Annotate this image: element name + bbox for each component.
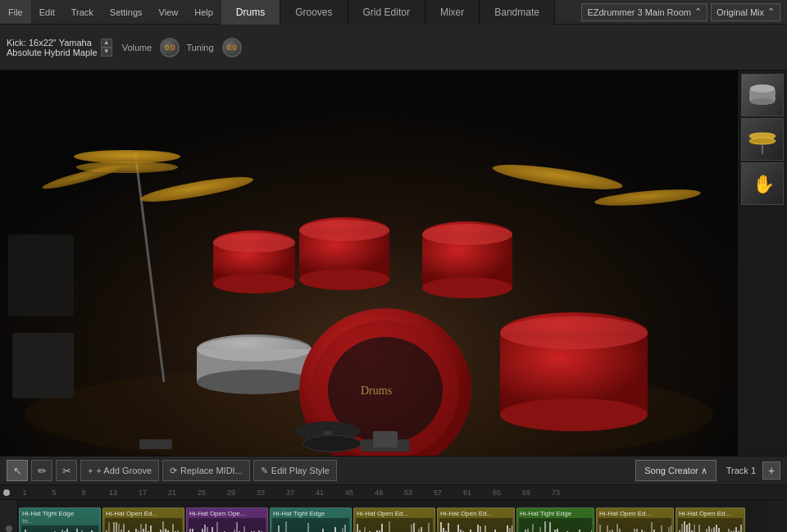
groove-block-8[interactable]: Hi-Hat Open Ed...Chorus — [676, 507, 745, 532]
instrument-panel: Kick: 16x22" Yamaha Absolute Hybrid Mapl… — [0, 25, 787, 70]
mix-label: Original Mix — [716, 7, 764, 17]
svg-point-17 — [299, 269, 389, 290]
groove-waveform-4 — [356, 518, 433, 532]
hihat-thumbnail[interactable] — [741, 118, 784, 161]
svg-rect-37 — [139, 439, 172, 449]
song-creator-button[interactable]: Song Creator ∧ — [635, 460, 716, 481]
svg-point-13 — [213, 274, 295, 293]
timeline-marker-1: 1 — [10, 489, 39, 497]
groove-block-7[interactable]: Hi-Hat Open Ed...Chorus — [596, 507, 674, 532]
menu-bar: File Edit Track Settings View Help Drums… — [0, 0, 787, 25]
groove-block-1[interactable]: Hi-Hat Open Ed...Pre Chorus — [102, 507, 184, 532]
instrument-model: Absolute Hybrid Maple — [7, 48, 98, 57]
svg-text:✋: ✋ — [753, 173, 776, 195]
timeline-marker-17: 17 — [128, 489, 157, 497]
timeline-marker-49: 49 — [364, 489, 394, 497]
pencil-icon: ✏ — [38, 465, 47, 477]
svg-point-21 — [422, 277, 512, 298]
groove-block-label-5: Hi-Hat Open Ed... — [438, 508, 514, 517]
hand-thumbnail[interactable]: ✋ — [741, 162, 784, 205]
groove-waveform-5 — [439, 518, 512, 532]
timeline-container: 1 5 9 13 17 21 25 29 33 37 41 45 49 53 5… — [0, 485, 787, 500]
menu-help[interactable]: Help — [186, 0, 221, 24]
add-groove-icon: + — [88, 466, 93, 475]
svg-point-46 — [749, 138, 776, 144]
scissors-tool-button[interactable]: ✂ — [56, 460, 77, 481]
instrument-selector: Kick: 16x22" Yamaha Absolute Hybrid Mapl… — [7, 38, 112, 57]
menu-settings[interactable]: Settings — [102, 0, 151, 24]
edit-play-style-icon: ✎ — [261, 466, 268, 476]
replace-midi-button[interactable]: ⟳ Replace MIDI... — [162, 460, 250, 481]
menu-file[interactable]: File — [0, 0, 31, 24]
track-label: Track 1 — [726, 466, 756, 475]
tab-grooves[interactable]: Grooves — [280, 0, 348, 25]
nav-tabs: Drums Grooves Grid Editor Mixer Bandmate — [221, 0, 575, 25]
svg-point-42 — [750, 84, 775, 93]
track-left-controls — [0, 500, 18, 532]
timeline-marker-53: 53 — [394, 489, 423, 497]
groove-block-label-2: Hi-Hat Open Ope... — [187, 508, 267, 517]
select-tool-button[interactable]: ↖ — [7, 460, 28, 481]
svg-text:Drums: Drums — [361, 384, 392, 397]
tab-mixer[interactable]: Mixer — [425, 0, 480, 25]
instrument-down-arrow[interactable]: ▼ — [101, 48, 112, 57]
timeline-marker-61: 61 — [453, 489, 482, 497]
timeline-marker-65: 65 — [482, 489, 512, 497]
song-creator-label: Song Creator ∧ — [644, 466, 707, 476]
groove-block-5[interactable]: Hi-Hat Open Ed...Chorus — [437, 507, 515, 532]
svg-point-22 — [422, 224, 512, 245]
track-control-dot-1[interactable] — [6, 525, 12, 532]
groove-block-3[interactable]: Hi-Hat Tight EdgeVerse — [270, 507, 352, 532]
groove-block-label-3: Hi-Hat Tight Edge — [271, 508, 351, 517]
timeline-marker-73: 73 — [541, 489, 571, 497]
tuning-knob[interactable]: 0.0 — [222, 38, 242, 57]
tab-drums[interactable]: Drums — [221, 0, 280, 25]
mix-selector[interactable]: Original Mix ⌃ — [711, 3, 780, 21]
drum-kit-svg: Drums — [0, 70, 738, 456]
groove-block-6[interactable]: Hi-Hat Tight EdgeBridge — [516, 507, 594, 532]
groove-block-0[interactable]: Hi-Hat Tight EdgeIn...Verse — [19, 507, 101, 532]
pencil-tool-button[interactable]: ✏ — [31, 460, 52, 481]
timeline-marker-9: 9 — [69, 489, 98, 497]
groove-block-label-0: Hi-Hat Tight Edge — [20, 508, 100, 517]
menu-track[interactable]: Track — [63, 0, 102, 24]
menu-edit[interactable]: Edit — [31, 0, 63, 24]
groove-waveform-7 — [598, 518, 671, 532]
instrument-up-arrow[interactable]: ▲ — [101, 39, 112, 48]
cursor-icon: ↖ — [13, 465, 22, 477]
volume-tuning: Volume 0.0 Tuning 0.0 — [122, 38, 242, 57]
menu-view[interactable]: View — [151, 0, 187, 24]
volume-label: Volume — [122, 43, 152, 52]
groove-waveform-8 — [678, 518, 743, 532]
add-groove-button[interactable]: + + Add Groove — [80, 460, 159, 481]
add-track-button[interactable]: + — [762, 462, 780, 480]
snare-thumbnail[interactable] — [741, 74, 784, 116]
timeline-marker-69: 69 — [512, 489, 541, 497]
groove-block-4[interactable]: Hi-Hat Open Ed...Pre Chorus — [353, 507, 435, 532]
drum-kit-container: Drums — [0, 70, 738, 456]
timeline-marker-25: 25 — [187, 489, 216, 497]
groove-waveform-1 — [105, 518, 182, 532]
track-row: Hi-Hat Tight EdgeIn...VerseHi-Hat Open E… — [0, 500, 787, 532]
svg-point-18 — [299, 220, 389, 241]
header-right: EZdrummer 3 Main Room ⌃ Original Mix ⌃ — [575, 3, 787, 21]
instrument-info: Kick: 16x22" Yamaha Absolute Hybrid Mapl… — [7, 38, 112, 57]
tab-grid-editor[interactable]: Grid Editor — [348, 0, 425, 25]
drum-area: Drums — [0, 70, 787, 456]
svg-point-26 — [197, 337, 312, 361]
groove-waveform-2 — [189, 518, 266, 532]
timeline-marker-33: 33 — [246, 489, 275, 497]
add-groove-label: + Add Groove — [96, 466, 152, 475]
scissors-icon: ✂ — [62, 465, 71, 477]
edit-play-style-button[interactable]: ✎ Edit Play Style — [253, 460, 337, 481]
tab-bandmate[interactable]: Bandmate — [480, 0, 555, 25]
room-chevron-icon: ⌃ — [694, 7, 702, 17]
timeline-playhead — [3, 489, 10, 496]
volume-knob[interactable]: 0.0 — [160, 38, 180, 57]
room-selector[interactable]: EZdrummer 3 Main Room ⌃ — [581, 3, 707, 21]
groove-block-2[interactable]: Hi-Hat Open Ope...Chorus — [186, 507, 268, 532]
groove-block-label-6: Hi-Hat Tight Edge — [517, 508, 594, 517]
timeline-marker-29: 29 — [216, 489, 246, 497]
tuning-value: 0.0 — [226, 43, 237, 52]
timeline-marker-57: 57 — [423, 489, 453, 497]
